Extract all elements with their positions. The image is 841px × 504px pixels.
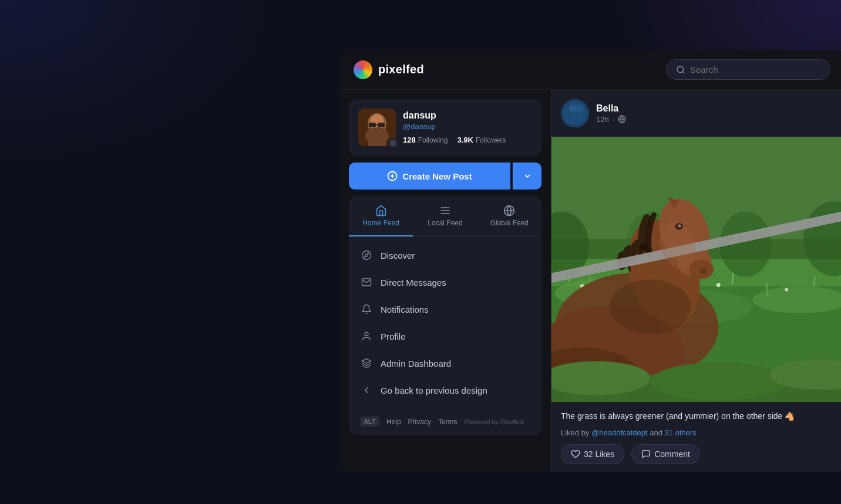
post-time-line: 12h · <box>596 115 835 124</box>
back-label: Go back to previous design <box>381 385 487 395</box>
create-post-label: Create New Post <box>402 171 472 181</box>
left-panel: dansup @dansup 128 Following 3.9K Follow… <box>339 90 551 472</box>
post-time-dot: · <box>613 115 615 124</box>
avatar-badge-inner <box>389 140 396 147</box>
footer: ALT Help Privacy Terms Powered by Pixelf… <box>349 408 541 435</box>
svg-point-14 <box>362 251 371 260</box>
global-feed-icon <box>503 205 515 217</box>
profile-info: dansup @dansup 128 Following 3.9K Follow… <box>403 110 532 144</box>
app-name: pixelfed <box>378 63 424 76</box>
comment-button[interactable]: Comment <box>631 444 700 464</box>
dashboard-icon <box>361 357 372 369</box>
profile-label: Profile <box>381 332 406 341</box>
likes-button[interactable]: 32 Likes <box>561 444 624 464</box>
bell-icon <box>361 303 372 315</box>
help-link[interactable]: Help <box>386 418 401 426</box>
admin-label: Admin Dashboard <box>381 358 451 368</box>
global-feed-label: Global Feed <box>490 219 529 227</box>
local-feed-icon <box>439 205 451 217</box>
post-footer: The grass is always greener (and yummier… <box>551 402 841 472</box>
comment-icon <box>641 449 651 459</box>
plus-circle-icon <box>387 171 398 181</box>
liker-link[interactable]: @headofcatdept <box>591 428 648 437</box>
local-feed-label: Local Feed <box>428 219 462 227</box>
back-arrow-icon <box>361 384 372 396</box>
right-panel: Bella 12h · <box>551 90 841 472</box>
pixelfed-logo-icon <box>354 60 372 79</box>
tab-home-feed[interactable]: Home Feed <box>349 197 413 236</box>
post-caption: The grass is always greener (and yummier… <box>561 410 835 422</box>
home-icon <box>375 205 387 217</box>
user-icon <box>361 330 372 342</box>
create-post-wrapper: Create New Post <box>349 163 541 190</box>
nav-item-profile[interactable]: Profile <box>349 323 541 350</box>
profile-stats: 128 Following 3.9K Followers <box>403 136 532 144</box>
logo-area: pixelfed <box>354 60 424 79</box>
svg-point-56 <box>700 269 707 274</box>
alt-badge: ALT <box>361 417 379 427</box>
post-author-name: Bella <box>596 103 835 114</box>
post-time: 12h <box>596 115 609 124</box>
svg-point-67 <box>650 363 786 401</box>
profile-name: dansup <box>403 110 532 121</box>
profile-handle[interactable]: @dansup <box>403 122 532 131</box>
discover-icon <box>361 249 372 261</box>
tab-global-feed[interactable]: Global Feed <box>477 197 541 236</box>
post-author-avatar <box>561 99 589 127</box>
following-count: 128 <box>403 136 416 144</box>
nav-item-admin[interactable]: Admin Dashboard <box>349 350 541 377</box>
heart-icon <box>571 449 580 459</box>
chevron-down-icon <box>523 171 532 181</box>
following-stat: 128 Following <box>403 136 448 144</box>
post-actions: 32 Likes Comment <box>561 444 835 464</box>
messages-label: Direct Messages <box>381 278 446 287</box>
nav-item-notifications[interactable]: Notifications <box>349 296 541 323</box>
others-link[interactable]: 31 others <box>665 428 697 437</box>
search-input[interactable] <box>690 65 820 75</box>
post-image <box>551 137 841 402</box>
likes-count: 32 Likes <box>584 449 614 459</box>
profile-card: dansup @dansup 128 Following 3.9K Follow… <box>349 99 541 155</box>
nav-item-discover[interactable]: Discover <box>349 242 541 269</box>
privacy-link[interactable]: Privacy <box>408 418 431 426</box>
comment-label: Comment <box>654 449 690 459</box>
post-meta: Bella 12h · <box>596 103 835 124</box>
svg-point-7 <box>365 127 389 144</box>
app-container: pixelfed <box>339 50 841 472</box>
bella-avatar-svg <box>561 99 589 127</box>
svg-point-45 <box>716 283 721 287</box>
avatar-badge <box>388 138 398 148</box>
main-content: dansup @dansup 128 Following 3.9K Follow… <box>339 90 841 472</box>
followers-stat: 3.9K Followers <box>457 136 506 144</box>
svg-marker-15 <box>365 253 368 257</box>
tab-local-feed[interactable]: Local Feed <box>413 197 477 236</box>
followers-count: 3.9K <box>457 136 473 144</box>
avatar-wrapper <box>358 109 396 146</box>
search-icon <box>676 65 685 75</box>
nav-items: Discover Direct Messages <box>349 237 541 408</box>
create-post-button[interactable]: Create New Post <box>349 163 510 190</box>
post-globe-icon <box>618 115 626 123</box>
followers-label: Followers <box>476 136 506 144</box>
svg-rect-4 <box>369 123 376 127</box>
svg-rect-5 <box>378 123 385 127</box>
svg-rect-6 <box>376 124 378 126</box>
svg-point-46 <box>785 288 788 292</box>
search-bar[interactable] <box>666 59 830 80</box>
create-post-dropdown-button[interactable] <box>513 163 541 190</box>
liked-by-text: Liked by <box>561 428 591 437</box>
svg-point-63 <box>610 279 691 334</box>
post-image-wrapper <box>551 137 841 402</box>
notifications-label: Notifications <box>381 305 429 314</box>
home-feed-label: Home Feed <box>362 219 399 227</box>
svg-point-24 <box>561 99 589 127</box>
terms-link[interactable]: Terms <box>438 418 457 426</box>
svg-point-0 <box>677 66 684 73</box>
svg-point-16 <box>365 332 368 336</box>
nav-item-messages[interactable]: Direct Messages <box>349 269 541 296</box>
post-likes-line: Liked by @headofcatdept and 31 others <box>561 428 835 437</box>
nav-card: Home Feed Local Feed <box>349 197 541 435</box>
following-label: Following <box>418 136 448 144</box>
nav-item-back[interactable]: Go back to previous design <box>349 377 541 404</box>
likes-and-text: and <box>650 428 664 437</box>
